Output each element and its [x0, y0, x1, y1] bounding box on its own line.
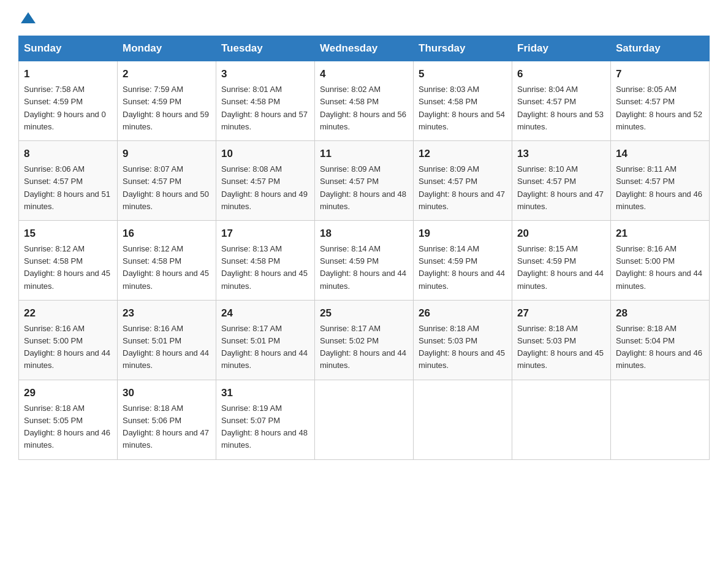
- day-info: Sunrise: 8:18 AMSunset: 5:05 PMDaylight:…: [24, 404, 110, 450]
- calendar-cell: 7Sunrise: 8:05 AMSunset: 4:57 PMDaylight…: [611, 61, 710, 141]
- day-number: 24: [221, 305, 309, 321]
- day-info: Sunrise: 8:18 AMSunset: 5:03 PMDaylight:…: [419, 324, 505, 370]
- logo: [18, 12, 36, 23]
- calendar-table: SundayMondayTuesdayWednesdayThursdayFrid…: [18, 36, 710, 460]
- calendar-cell: 30Sunrise: 8:18 AMSunset: 5:06 PMDayligh…: [118, 380, 216, 459]
- calendar-cell: 16Sunrise: 8:12 AMSunset: 4:58 PMDayligh…: [118, 220, 216, 300]
- day-info: Sunrise: 8:04 AMSunset: 4:57 PMDaylight:…: [517, 85, 604, 131]
- calendar-cell: 2Sunrise: 7:59 AMSunset: 4:59 PMDaylight…: [118, 61, 216, 141]
- day-info: Sunrise: 8:02 AMSunset: 4:58 PMDaylight:…: [320, 85, 406, 131]
- day-info: Sunrise: 8:16 AMSunset: 5:00 PMDaylight:…: [616, 244, 702, 290]
- col-header-tuesday: Tuesday: [216, 36, 315, 61]
- calendar-cell: 27Sunrise: 8:18 AMSunset: 5:03 PMDayligh…: [512, 300, 611, 380]
- calendar-cell: [611, 380, 710, 459]
- calendar-cell: 3Sunrise: 8:01 AMSunset: 4:58 PMDaylight…: [216, 61, 315, 141]
- calendar-cell: 10Sunrise: 8:08 AMSunset: 4:57 PMDayligh…: [216, 140, 315, 220]
- day-number: 4: [320, 66, 408, 82]
- calendar-cell: [414, 380, 512, 459]
- day-info: Sunrise: 8:14 AMSunset: 4:59 PMDaylight:…: [320, 244, 406, 290]
- day-info: Sunrise: 8:06 AMSunset: 4:57 PMDaylight:…: [24, 164, 110, 210]
- day-info: Sunrise: 8:12 AMSunset: 4:58 PMDaylight:…: [123, 244, 209, 290]
- calendar-cell: 25Sunrise: 8:17 AMSunset: 5:02 PMDayligh…: [315, 300, 414, 380]
- calendar-week-3: 15Sunrise: 8:12 AMSunset: 4:58 PMDayligh…: [19, 220, 710, 300]
- calendar-cell: 14Sunrise: 8:11 AMSunset: 4:57 PMDayligh…: [611, 140, 710, 220]
- day-number: 6: [517, 66, 605, 82]
- day-number: 17: [221, 226, 309, 242]
- day-number: 9: [123, 146, 211, 162]
- calendar-cell: 9Sunrise: 8:07 AMSunset: 4:57 PMDaylight…: [118, 140, 216, 220]
- day-number: 31: [221, 385, 309, 401]
- day-number: 22: [24, 305, 112, 321]
- col-header-thursday: Thursday: [414, 36, 512, 61]
- page-header: [18, 12, 710, 23]
- day-info: Sunrise: 8:12 AMSunset: 4:58 PMDaylight:…: [24, 244, 110, 290]
- day-number: 14: [616, 146, 704, 162]
- day-number: 10: [221, 146, 309, 162]
- day-number: 7: [616, 66, 704, 82]
- calendar-cell: 24Sunrise: 8:17 AMSunset: 5:01 PMDayligh…: [216, 300, 315, 380]
- calendar-week-1: 1Sunrise: 7:58 AMSunset: 4:59 PMDaylight…: [19, 61, 710, 141]
- day-info: Sunrise: 8:13 AMSunset: 4:58 PMDaylight:…: [221, 244, 308, 290]
- day-number: 26: [419, 305, 507, 321]
- day-number: 19: [419, 226, 507, 242]
- calendar-cell: 20Sunrise: 8:15 AMSunset: 4:59 PMDayligh…: [512, 220, 611, 300]
- day-info: Sunrise: 8:18 AMSunset: 5:04 PMDaylight:…: [616, 324, 702, 370]
- calendar-week-2: 8Sunrise: 8:06 AMSunset: 4:57 PMDaylight…: [19, 140, 710, 220]
- calendar-cell: 13Sunrise: 8:10 AMSunset: 4:57 PMDayligh…: [512, 140, 611, 220]
- calendar-cell: 19Sunrise: 8:14 AMSunset: 4:59 PMDayligh…: [414, 220, 512, 300]
- day-number: 30: [123, 385, 211, 401]
- calendar-cell: 12Sunrise: 8:09 AMSunset: 4:57 PMDayligh…: [414, 140, 512, 220]
- day-number: 1: [24, 66, 112, 82]
- day-info: Sunrise: 7:58 AMSunset: 4:59 PMDaylight:…: [24, 85, 106, 131]
- col-header-saturday: Saturday: [611, 36, 710, 61]
- day-info: Sunrise: 8:05 AMSunset: 4:57 PMDaylight:…: [616, 85, 702, 131]
- calendar-header-row: SundayMondayTuesdayWednesdayThursdayFrid…: [19, 36, 710, 61]
- day-info: Sunrise: 8:16 AMSunset: 5:00 PMDaylight:…: [24, 324, 110, 370]
- day-info: Sunrise: 8:18 AMSunset: 5:03 PMDaylight:…: [517, 324, 604, 370]
- day-number: 11: [320, 146, 408, 162]
- day-info: Sunrise: 8:17 AMSunset: 5:02 PMDaylight:…: [320, 324, 406, 370]
- calendar-cell: 5Sunrise: 8:03 AMSunset: 4:58 PMDaylight…: [414, 61, 512, 141]
- logo-triangle-icon: [21, 12, 36, 23]
- day-number: 20: [517, 226, 605, 242]
- calendar-cell: 18Sunrise: 8:14 AMSunset: 4:59 PMDayligh…: [315, 220, 414, 300]
- day-number: 21: [616, 226, 704, 242]
- day-number: 27: [517, 305, 605, 321]
- calendar-cell: 26Sunrise: 8:18 AMSunset: 5:03 PMDayligh…: [414, 300, 512, 380]
- calendar-cell: [315, 380, 414, 459]
- col-header-sunday: Sunday: [19, 36, 118, 61]
- day-info: Sunrise: 8:14 AMSunset: 4:59 PMDaylight:…: [419, 244, 505, 290]
- calendar-cell: 28Sunrise: 8:18 AMSunset: 5:04 PMDayligh…: [611, 300, 710, 380]
- calendar-cell: 11Sunrise: 8:09 AMSunset: 4:57 PMDayligh…: [315, 140, 414, 220]
- day-info: Sunrise: 8:01 AMSunset: 4:58 PMDaylight:…: [221, 85, 308, 131]
- calendar-week-4: 22Sunrise: 8:16 AMSunset: 5:00 PMDayligh…: [19, 300, 710, 380]
- calendar-cell: 31Sunrise: 8:19 AMSunset: 5:07 PMDayligh…: [216, 380, 315, 459]
- day-info: Sunrise: 8:09 AMSunset: 4:57 PMDaylight:…: [419, 164, 505, 210]
- day-number: 16: [123, 226, 211, 242]
- calendar-cell: 4Sunrise: 8:02 AMSunset: 4:58 PMDaylight…: [315, 61, 414, 141]
- day-info: Sunrise: 8:09 AMSunset: 4:57 PMDaylight:…: [320, 164, 406, 210]
- day-info: Sunrise: 8:07 AMSunset: 4:57 PMDaylight:…: [123, 164, 209, 210]
- day-info: Sunrise: 8:15 AMSunset: 4:59 PMDaylight:…: [517, 244, 604, 290]
- day-info: Sunrise: 8:10 AMSunset: 4:57 PMDaylight:…: [517, 164, 604, 210]
- day-number: 8: [24, 146, 112, 162]
- calendar-cell: 29Sunrise: 8:18 AMSunset: 5:05 PMDayligh…: [19, 380, 118, 459]
- calendar-cell: 8Sunrise: 8:06 AMSunset: 4:57 PMDaylight…: [19, 140, 118, 220]
- day-info: Sunrise: 8:11 AMSunset: 4:57 PMDaylight:…: [616, 164, 702, 210]
- calendar-cell: 15Sunrise: 8:12 AMSunset: 4:58 PMDayligh…: [19, 220, 118, 300]
- day-info: Sunrise: 8:18 AMSunset: 5:06 PMDaylight:…: [123, 404, 209, 450]
- calendar-week-5: 29Sunrise: 8:18 AMSunset: 5:05 PMDayligh…: [19, 380, 710, 459]
- calendar-cell: 1Sunrise: 7:58 AMSunset: 4:59 PMDaylight…: [19, 61, 118, 141]
- calendar-cell: 23Sunrise: 8:16 AMSunset: 5:01 PMDayligh…: [118, 300, 216, 380]
- day-number: 29: [24, 385, 112, 401]
- day-number: 13: [517, 146, 605, 162]
- col-header-friday: Friday: [512, 36, 611, 61]
- day-info: Sunrise: 8:17 AMSunset: 5:01 PMDaylight:…: [221, 324, 308, 370]
- day-number: 15: [24, 226, 112, 242]
- day-info: Sunrise: 7:59 AMSunset: 4:59 PMDaylight:…: [123, 85, 209, 131]
- day-number: 2: [123, 66, 211, 82]
- day-info: Sunrise: 8:08 AMSunset: 4:57 PMDaylight:…: [221, 164, 308, 210]
- col-header-monday: Monday: [118, 36, 216, 61]
- day-number: 18: [320, 226, 408, 242]
- day-number: 28: [616, 305, 704, 321]
